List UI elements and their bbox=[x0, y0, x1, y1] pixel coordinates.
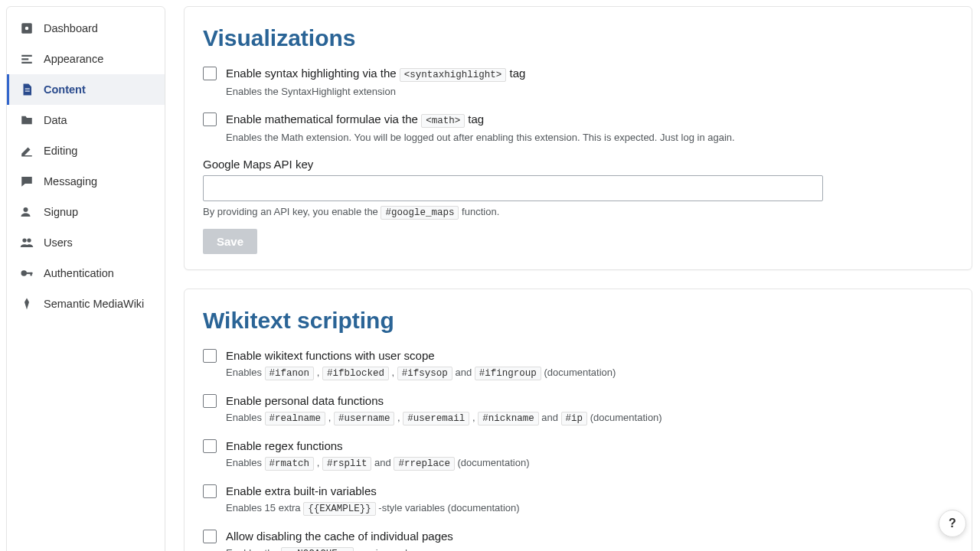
sidebar: Dashboard Appearance Content Data Editin… bbox=[6, 6, 165, 551]
field-desc: Enables the SyntaxHighlight extension bbox=[226, 85, 953, 99]
svg-point-10 bbox=[27, 238, 31, 242]
sidebar-item-label: Data bbox=[44, 114, 67, 126]
editing-icon bbox=[19, 143, 34, 158]
checkbox-extra-vars[interactable] bbox=[203, 484, 217, 498]
field-math: Enable mathematical formulae via the <ma… bbox=[203, 111, 953, 145]
sidebar-item-messaging[interactable]: Messaging bbox=[7, 166, 165, 197]
checkbox-syntax-highlight[interactable] bbox=[203, 67, 217, 80]
svg-rect-5 bbox=[25, 89, 30, 90]
panel-title: Visualizations bbox=[203, 25, 953, 51]
google-maps-api-key-input[interactable] bbox=[203, 175, 823, 201]
sidebar-item-label: Dashboard bbox=[44, 22, 98, 34]
documentation-link[interactable]: (documentation) bbox=[455, 457, 530, 468]
code-tag: <math> bbox=[421, 114, 465, 128]
appearance-icon bbox=[19, 51, 34, 67]
field-syntax-highlight: Enable syntax highlighting via the <synt… bbox=[203, 65, 953, 99]
svg-rect-13 bbox=[31, 272, 32, 276]
field-desc: Enables the __NOCACHE__ magic word bbox=[226, 546, 953, 551]
sidebar-item-authentication[interactable]: Authentication bbox=[7, 258, 165, 289]
field-google-maps-key: Google Maps API key By providing an API … bbox=[203, 158, 953, 218]
svg-point-1 bbox=[25, 27, 29, 31]
field-label: Enable extra built-in variables bbox=[226, 483, 953, 499]
panel-visualizations: Visualizations Enable syntax highlightin… bbox=[184, 6, 972, 270]
content-icon bbox=[19, 82, 34, 97]
users-icon bbox=[19, 235, 34, 250]
documentation-link[interactable]: (documentation) bbox=[541, 367, 616, 378]
checkbox-personal-data[interactable] bbox=[203, 394, 217, 408]
sidebar-item-label: Content bbox=[44, 83, 86, 96]
sidebar-item-label: Authentication bbox=[44, 267, 114, 279]
field-nocache: Allow disabling the cache of individual … bbox=[203, 528, 953, 551]
signup-icon bbox=[19, 204, 34, 220]
documentation-link[interactable]: -style variables (documentation) bbox=[376, 502, 520, 514]
field-desc: Enables 15 extra {{EXAMPLE}} -style vari… bbox=[226, 501, 953, 516]
field-user-scope: Enable wikitext functions with user scop… bbox=[203, 347, 953, 380]
code-tag: #google_maps bbox=[381, 206, 459, 220]
field-label: Enable wikitext functions with user scop… bbox=[226, 347, 953, 364]
sidebar-item-users[interactable]: Users bbox=[7, 227, 165, 258]
documentation-link[interactable]: (documentation) bbox=[587, 412, 662, 423]
sidebar-item-label: Semantic MediaWiki bbox=[44, 298, 144, 310]
main-content: Visualizations Enable syntax highlightin… bbox=[184, 6, 972, 551]
svg-point-8 bbox=[24, 207, 28, 212]
sidebar-item-dashboard[interactable]: Dashboard bbox=[7, 13, 165, 44]
field-desc: Enables #ifanon , #ifblocked , #ifsysop … bbox=[226, 366, 953, 380]
svg-rect-7 bbox=[21, 155, 32, 157]
field-label: Allow disabling the cache of individual … bbox=[226, 528, 953, 544]
sidebar-item-content[interactable]: Content bbox=[7, 74, 165, 105]
svg-rect-3 bbox=[21, 58, 28, 60]
sidebar-item-signup[interactable]: Signup bbox=[7, 197, 165, 227]
save-button[interactable]: Save bbox=[203, 229, 257, 254]
svg-rect-2 bbox=[21, 55, 32, 57]
checkbox-regex[interactable] bbox=[203, 439, 217, 453]
field-hint: By providing an API key, you enable the … bbox=[203, 206, 953, 218]
help-button[interactable]: ? bbox=[939, 510, 966, 537]
help-icon: ? bbox=[949, 517, 956, 530]
sidebar-item-label: Users bbox=[44, 236, 73, 249]
field-label: Enable regex functions bbox=[226, 438, 953, 454]
field-label: Enable syntax highlighting via the <synt… bbox=[226, 65, 953, 83]
messaging-icon bbox=[19, 174, 34, 189]
sidebar-item-label: Editing bbox=[44, 145, 77, 157]
sidebar-item-semantic-mediawiki[interactable]: Semantic MediaWiki bbox=[7, 289, 165, 319]
field-label: Google Maps API key bbox=[203, 158, 953, 171]
panel-title: Wikitext scripting bbox=[203, 308, 953, 334]
panel-wikitext-scripting: Wikitext scripting Enable wikitext funct… bbox=[184, 289, 972, 551]
svg-point-11 bbox=[21, 270, 28, 276]
svg-point-9 bbox=[22, 238, 26, 242]
dashboard-icon bbox=[19, 21, 34, 36]
svg-rect-6 bbox=[25, 91, 30, 92]
svg-rect-4 bbox=[21, 62, 32, 64]
field-regex: Enable regex functions Enables #rmatch ,… bbox=[203, 438, 953, 471]
field-extra-vars: Enable extra built-in variables Enables … bbox=[203, 483, 953, 516]
field-label: Enable mathematical formulae via the <ma… bbox=[226, 111, 953, 129]
field-desc: Enables #realname , #username , #userema… bbox=[226, 411, 953, 425]
sidebar-item-label: Signup bbox=[44, 206, 78, 218]
key-icon bbox=[19, 266, 34, 281]
field-label: Enable personal data functions bbox=[226, 393, 953, 409]
sidebar-item-label: Appearance bbox=[44, 53, 103, 65]
field-desc: Enables #rmatch , #rsplit and #rreplace … bbox=[226, 456, 953, 471]
sidebar-item-appearance[interactable]: Appearance bbox=[7, 44, 165, 74]
field-personal-data: Enable personal data functions Enables #… bbox=[203, 393, 953, 425]
data-icon bbox=[19, 112, 34, 128]
sidebar-item-label: Messaging bbox=[44, 175, 97, 187]
code-tag: <syntaxhighlight> bbox=[400, 68, 507, 82]
semantic-icon bbox=[19, 296, 34, 311]
field-desc: Enables the Math extension. You will be … bbox=[226, 131, 953, 145]
sidebar-item-data[interactable]: Data bbox=[7, 105, 165, 135]
checkbox-nocache[interactable] bbox=[203, 530, 217, 543]
sidebar-item-editing[interactable]: Editing bbox=[7, 135, 165, 166]
checkbox-math[interactable] bbox=[203, 112, 217, 126]
checkbox-user-scope[interactable] bbox=[203, 349, 217, 363]
